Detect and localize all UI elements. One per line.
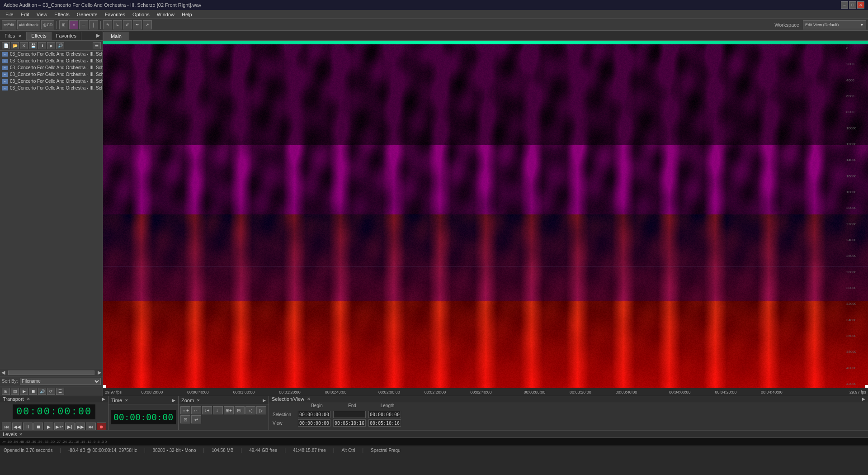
status-altctrl: Alt Ctrl: [341, 448, 355, 453]
menu-edit[interactable]: Edit: [17, 11, 33, 18]
time-value: 00:00:00:00: [110, 409, 176, 425]
selection-end-input[interactable]: [333, 411, 366, 418]
toolbar-btn-6[interactable]: ↰: [103, 20, 112, 29]
panel-tab-arrow[interactable]: ▶: [94, 33, 103, 38]
list-item[interactable]: ▪ 03_Concerto For Cello And Orchestra - …: [0, 78, 103, 85]
sort-select[interactable]: Filename Date Size: [20, 378, 101, 385]
transport-play[interactable]: ▶: [44, 423, 53, 431]
panel-bottom-btn-2[interactable]: ▤: [11, 388, 19, 395]
list-item[interactable]: ▪ 03_Concerto For Cello And Orchestra - …: [0, 64, 103, 71]
selection-expand[interactable]: ▶: [862, 397, 865, 401]
fps-right: 29.97 fps: [849, 390, 866, 394]
transport-stop[interactable]: ⏹: [33, 423, 43, 431]
transport-pause[interactable]: ⏸: [23, 423, 33, 431]
toolbar-btn-2[interactable]: ⊞: [59, 20, 68, 29]
view-end-input[interactable]: [333, 419, 366, 427]
panel-btn-close[interactable]: ✕: [20, 42, 28, 49]
transport-close-btn[interactable]: ✕: [27, 397, 30, 401]
panel-btn-open[interactable]: 📂: [11, 42, 19, 49]
levels-close[interactable]: ✕: [19, 432, 23, 437]
status-bar: Opened in 3.76 seconds | -88.4 dB @ 00:0…: [0, 446, 868, 455]
panel-btn-new[interactable]: 📄: [2, 42, 10, 49]
transport-expand-btn[interactable]: ▶: [102, 397, 105, 401]
tab-main[interactable]: Main: [103, 32, 129, 40]
panel-btn-save[interactable]: 💾: [29, 42, 37, 49]
transport-skip-back[interactable]: ⏮: [2, 423, 11, 431]
panel-bottom-btn-6[interactable]: ⟳: [47, 388, 55, 395]
transport-play-looped[interactable]: ▶↩: [54, 423, 64, 431]
selection-length-input[interactable]: [368, 411, 401, 418]
zoom-btn-7[interactable]: ◁: [245, 406, 255, 414]
toolbar-btn-10[interactable]: ↗: [143, 20, 152, 29]
selection-close[interactable]: ✕: [307, 397, 311, 401]
zoom-btn-4[interactable]: ↕-: [213, 406, 223, 414]
menu-window[interactable]: Window: [153, 11, 178, 18]
toolbar-btn-3[interactable]: ▪: [69, 20, 78, 29]
zoom-btn-10[interactable]: ↩: [191, 415, 201, 423]
list-item[interactable]: ▪ 03_Concerto For Cello And Orchestra - …: [0, 85, 103, 91]
sel-header-end: End: [336, 403, 368, 408]
panel-bottom-btn-3[interactable]: ▶: [20, 388, 28, 395]
menu-effects[interactable]: Effects: [51, 11, 73, 18]
list-item[interactable]: ▪ 03_Concerto For Cello And Orchestra - …: [0, 71, 103, 78]
transport-skip-forward[interactable]: ⏭: [86, 423, 95, 431]
tab-files[interactable]: Files ✕: [0, 32, 27, 40]
panel-bottom-btn-1[interactable]: ⊞: [2, 388, 10, 395]
tab-favorites[interactable]: Favorites: [52, 32, 81, 40]
view-length-input[interactable]: [368, 419, 401, 427]
file-icon: ▪: [2, 66, 8, 70]
toolbar-btn-5[interactable]: │: [89, 20, 98, 29]
minimize-button[interactable]: –: [841, 1, 848, 9]
panel-bottom-btn-7[interactable]: ☰: [56, 388, 64, 395]
list-item[interactable]: ▪ 03_Concerto For Cello And Orchestra - …: [0, 57, 103, 64]
menu-help[interactable]: Help: [178, 11, 196, 18]
tab-files-close[interactable]: ✕: [18, 34, 22, 38]
maximize-button[interactable]: □: [849, 1, 856, 9]
zoom-expand[interactable]: ▶: [263, 398, 266, 403]
panel-bottom-btn-4[interactable]: ⏹: [29, 388, 37, 395]
time-panel-expand[interactable]: ▶: [172, 398, 175, 403]
status-spectral: Spectral Frequ: [371, 448, 401, 453]
transport-forward[interactable]: ▶▶: [75, 423, 85, 431]
close-button[interactable]: ✕: [857, 1, 864, 9]
toolbar-edit-btn[interactable]: ✏ Edit: [2, 20, 16, 29]
toolbar-btn-8[interactable]: ✐: [123, 20, 132, 29]
transport-panel-header: Transport ✕ ▶: [0, 396, 108, 402]
list-item[interactable]: ▪ 03_Concerto For Cello And Orchestra - …: [0, 51, 103, 57]
panel-btn-menu[interactable]: ☰: [93, 42, 101, 49]
transport-rewind[interactable]: ◀◀: [12, 423, 22, 431]
toolbar-btn-7[interactable]: ↳: [113, 20, 122, 29]
zoom-btn-9[interactable]: ⊡: [180, 415, 190, 423]
tab-effects[interactable]: Effects: [27, 32, 51, 40]
menu-generate[interactable]: Generate: [73, 11, 101, 18]
scroll-right-btn[interactable]: ▶: [96, 370, 103, 375]
zoom-btn-6[interactable]: ⊟-: [235, 406, 245, 414]
zoom-btn-2[interactable]: ↔-: [191, 406, 201, 414]
view-begin-input[interactable]: [298, 419, 330, 427]
menu-favorites[interactable]: Favorites: [101, 11, 129, 18]
panel-scrollbar[interactable]: [8, 370, 94, 375]
zoom-btn-8[interactable]: ▷: [256, 406, 266, 414]
menu-options[interactable]: Options: [129, 11, 153, 18]
toolbar-btn-9[interactable]: ✒: [133, 20, 142, 29]
toolbar-cd-btn[interactable]: ◎ CD: [41, 20, 54, 29]
toolbar-btn-4[interactable]: ─: [79, 20, 88, 29]
transport-record[interactable]: ⏺: [97, 423, 106, 431]
panel-btn-autoplay[interactable]: ▶: [47, 42, 55, 49]
selection-begin-input[interactable]: [298, 411, 330, 418]
panel-btn-loop[interactable]: 🔊: [56, 42, 64, 49]
workspace-selector[interactable]: Edit View (Default) ▼: [803, 20, 866, 29]
scroll-left-btn[interactable]: ◀: [0, 370, 6, 375]
spectrogram-container[interactable]: 42000 40000 38000 36000 34000 32000 3000…: [103, 41, 868, 388]
panel-btn-info[interactable]: ℹ: [38, 42, 46, 49]
zoom-btn-5[interactable]: ⊞+: [224, 406, 234, 414]
zoom-btn-1[interactable]: ↔+: [180, 406, 190, 414]
menu-file[interactable]: File: [2, 11, 17, 18]
menu-view[interactable]: View: [33, 11, 51, 18]
zoom-close[interactable]: ✕: [197, 398, 200, 403]
zoom-btn-3[interactable]: ↕+: [202, 406, 212, 414]
panel-bottom-btn-5[interactable]: 🔊: [38, 388, 46, 395]
transport-play-sel[interactable]: ▶|: [65, 423, 75, 431]
time-panel-close[interactable]: ✕: [125, 398, 128, 403]
toolbar-multitrack-btn[interactable]: ≡ Multitrack: [17, 20, 41, 29]
